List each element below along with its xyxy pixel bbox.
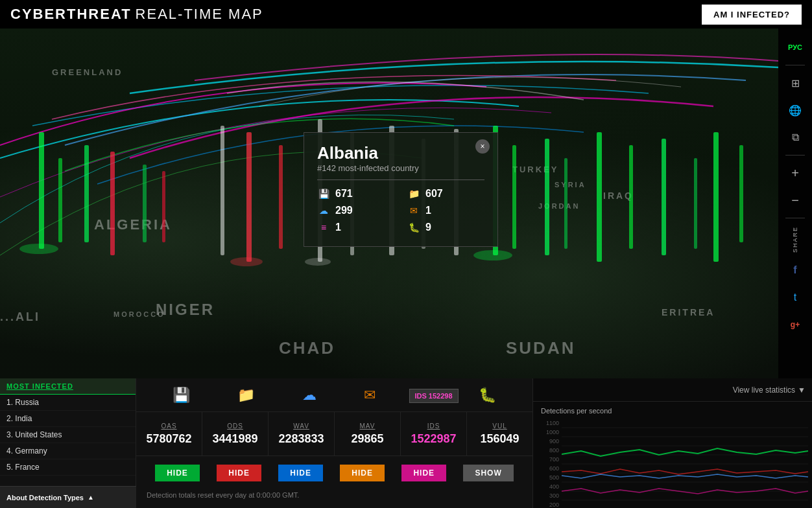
title-realtime: REAL-TIME MAP	[136, 6, 263, 23]
zoom-in-icon[interactable]: +	[783, 161, 807, 185]
vul-icon[interactable]: 🐛	[479, 387, 496, 404]
stat-col-ids: IDS 1522987 IDS 152298	[401, 412, 467, 456]
chart-area: Detections per second 1100 1000 900 800 …	[533, 402, 812, 508]
popup-stats-grid: 💾 671 📁 607 ☁ 299 ✉ 1 ≡ 1 🐛 9	[317, 188, 484, 233]
bottom-panel: MOST INFECTED 1. Russia 2. India 3. Unit…	[0, 378, 812, 508]
most-infected-header[interactable]: MOST INFECTED	[0, 378, 136, 395]
hide-wav-button[interactable]: HIDE	[278, 465, 323, 481]
detection-center: 💾 📁 ☁ ✉ ≡ 🐛 OAS 5780762 ODS 3441989 WAV …	[136, 378, 533, 508]
detection-icon-row: 💾 📁 ☁ ✉ ≡ 🐛	[136, 378, 532, 412]
vul-label[interactable]: VUL	[492, 422, 507, 430]
popup-ods-value: 607	[425, 188, 443, 200]
popup-divider	[317, 179, 484, 180]
share-label: SHARE	[792, 226, 798, 253]
popup-ids-value: 1	[335, 222, 341, 233]
file-icon: 💾	[317, 189, 330, 199]
mav-icon[interactable]: ✉	[364, 387, 376, 404]
y-label-300: 300	[537, 492, 559, 499]
country-item-india[interactable]: 2. India	[0, 411, 136, 427]
grid-view-icon[interactable]: ⊞	[783, 71, 807, 95]
popup-vul-value: 9	[425, 222, 431, 233]
ids-value: 1522987	[411, 432, 456, 446]
mav-value: 29865	[351, 432, 383, 446]
country-popup: × Albania #142 most-infected country 💾 6…	[304, 132, 498, 247]
hide-ids-button[interactable]: HIDE	[401, 465, 446, 481]
y-label-500: 500	[537, 474, 559, 481]
y-label-200: 200	[537, 502, 559, 508]
popup-stat-vul: 🐛 9	[407, 222, 484, 233]
popup-country-rank: #142 most-infected country	[317, 163, 484, 173]
globe-icon[interactable]: 🌐	[783, 98, 807, 122]
popup-close-button[interactable]: ×	[475, 139, 490, 154]
oas-icon[interactable]: 💾	[173, 387, 190, 404]
chevron-up-icon: ▲	[88, 494, 94, 501]
ods-label[interactable]: ODS	[227, 422, 243, 430]
wav-icon[interactable]: ☁	[302, 387, 316, 404]
hide-ods-button[interactable]: HIDE	[217, 465, 261, 481]
google-plus-icon[interactable]: g+	[783, 312, 807, 337]
hide-oas-button[interactable]: HIDE	[155, 465, 200, 481]
email-icon: ✉	[407, 205, 420, 216]
hide-mav-button[interactable]: HIDE	[340, 465, 385, 481]
view-live-statistics-button[interactable]: View live statistics ▼	[733, 386, 806, 395]
header: CYBERTHREAT REAL-TIME MAP AM I INFECTED?	[0, 0, 812, 29]
zoom-out-icon[interactable]: −	[783, 188, 807, 213]
folder-icon: 📁	[407, 189, 420, 199]
sidebar-separator-1	[785, 65, 805, 65]
y-label-700: 700	[537, 456, 559, 463]
chart-title: Detections per second	[537, 406, 808, 416]
show-vul-button[interactable]: SHOW	[463, 465, 513, 481]
most-infected-panel: MOST INFECTED 1. Russia 2. India 3. Unit…	[0, 378, 136, 508]
stat-col-wav: WAV 2283833	[269, 412, 335, 456]
stat-col-ods: ODS 3441989	[202, 412, 269, 456]
country-item-germany[interactable]: 4. Germany	[0, 443, 136, 459]
ids-label[interactable]: IDS	[427, 422, 440, 430]
sidebar-right: РУС ⊞ 🌐 ⧉ + − SHARE f t g+	[778, 29, 812, 378]
y-label-800: 800	[537, 447, 559, 454]
popup-stat-ids: ≡ 1	[317, 222, 394, 233]
ids-popup-label: IDS 152298	[409, 389, 458, 403]
twitter-icon[interactable]: t	[783, 285, 807, 310]
wav-label[interactable]: WAV	[293, 422, 309, 430]
language-selector[interactable]: РУС	[783, 35, 807, 60]
sidebar-separator-2	[785, 155, 805, 156]
y-label-600: 600	[537, 465, 559, 472]
reset-text: Detection totals reset every day at 0:00…	[136, 490, 532, 500]
wav-value: 2283833	[278, 432, 324, 446]
stat-col-oas: OAS 5780762	[136, 412, 202, 456]
map-area[interactable]: GREENLAND ALGERIA NIGER CHAD SUDAN ERITR…	[0, 29, 778, 378]
live-stats-panel: View live statistics ▼ Detections per se…	[533, 378, 812, 508]
oas-label[interactable]: OAS	[161, 422, 176, 430]
popup-stat-oas: 💾 671	[317, 188, 394, 200]
chart-svg	[562, 419, 808, 508]
about-detection-types-button[interactable]: About Detection Types ▲	[0, 486, 136, 508]
ods-icon[interactable]: 📁	[237, 387, 255, 404]
copy-icon[interactable]: ⧉	[783, 125, 807, 150]
mav-label[interactable]: MAV	[360, 422, 376, 430]
country-item-russia[interactable]: 1. Russia	[0, 395, 136, 411]
oas-value: 5780762	[146, 432, 191, 446]
y-label-1000: 1000	[537, 429, 559, 435]
ids-icon: ≡	[317, 222, 330, 233]
popup-stat-ods: 📁 607	[407, 188, 484, 200]
vul-value: 156049	[480, 432, 519, 446]
bug-icon: 🐛	[407, 222, 420, 233]
country-item-france[interactable]: 5. France	[0, 459, 136, 476]
live-stats-header: View live statistics ▼	[533, 378, 812, 402]
stat-col-mav: MAV 29865	[335, 412, 401, 456]
am-infected-button[interactable]: AM I INFECTED?	[702, 5, 802, 25]
popup-country-name: Albania	[317, 143, 484, 163]
detection-stats-row: OAS 5780762 ODS 3441989 WAV 2283833 MAV …	[136, 412, 532, 456]
popup-wav-value: 299	[335, 205, 353, 216]
popup-stat-mav: ✉ 1	[407, 205, 484, 216]
popup-stat-wav: ☁ 299	[317, 205, 394, 216]
detection-button-row: HIDE HIDE HIDE HIDE HIDE SHOW	[136, 456, 532, 490]
y-label-900: 900	[537, 438, 559, 444]
cloud-icon: ☁	[317, 205, 330, 216]
country-item-us[interactable]: 3. United States	[0, 427, 136, 443]
title-cyberthreat: CYBERTHREAT	[10, 6, 132, 23]
ods-value: 3441989	[212, 432, 257, 446]
facebook-icon[interactable]: f	[783, 258, 807, 283]
stat-col-vul: VUL 156049	[467, 412, 532, 456]
y-label-1100: 1100	[537, 420, 559, 426]
